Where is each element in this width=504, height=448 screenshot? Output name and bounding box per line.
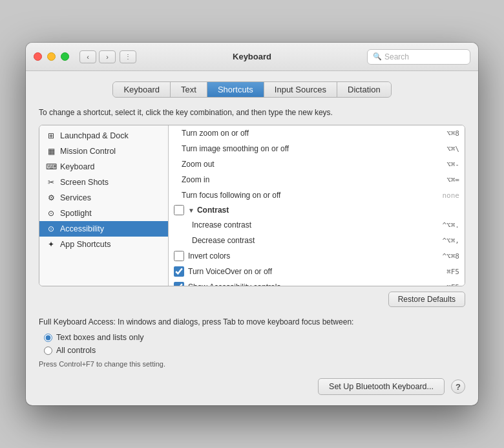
shortcut-label: Show Accessibility controls — [188, 283, 446, 286]
shortcut-label: Decrease contrast — [192, 236, 443, 245]
shortcut-label: Zoom out — [182, 160, 446, 169]
shortcut-accessibility-controls[interactable]: Show Accessibility controls ⌘F5 — [169, 279, 465, 286]
main-panel: ⊞ Launchpad & Dock ▦ Mission Control ⌨ K… — [39, 125, 465, 286]
scissors-icon: ✂ — [46, 177, 56, 187]
shortcut-label: Invert colors — [188, 251, 443, 261]
sidebar: ⊞ Launchpad & Dock ▦ Mission Control ⌨ K… — [39, 125, 169, 286]
shortcuts-panel: Turn zoom on or off ⌥⌘8 Turn image smoot… — [169, 125, 465, 286]
fka-section: Full Keyboard Access: In windows and dia… — [39, 316, 465, 368]
invert-colors-checkbox[interactable] — [174, 251, 184, 261]
nav-buttons: ‹ › — [79, 50, 116, 63]
sidebar-item-label: Launchpad & Dock — [60, 131, 129, 140]
shortcut-label: Turn focus following on or off — [182, 191, 443, 200]
shortcut-key: ^⌥⌘, — [443, 237, 460, 245]
accessibility-controls-checkbox[interactable] — [174, 282, 184, 286]
sidebar-item-spotlight[interactable]: ⊙ Spotlight — [39, 206, 168, 221]
hint-text: Press Control+F7 to change this setting. — [39, 360, 465, 368]
sidebar-item-label: Services — [60, 193, 91, 202]
sidebar-item-mission-control[interactable]: ▦ Mission Control — [39, 144, 168, 159]
search-box[interactable]: 🔍 — [367, 49, 470, 65]
keyboard-icon: ⌨ — [46, 162, 56, 172]
shortcut-key: ⌘F5 — [446, 283, 459, 286]
main-window: ‹ › ⋮ Keyboard 🔍 Keyboard Text Shortcuts… — [26, 43, 478, 405]
content-area: Keyboard Text Shortcuts Input Sources Di… — [26, 71, 478, 405]
tabs: Keyboard Text Shortcuts Input Sources Di… — [112, 81, 391, 98]
radio-all-controls-label: All controls — [56, 346, 96, 355]
sidebar-item-services[interactable]: ⚙ Services — [39, 190, 168, 206]
tab-keyboard[interactable]: Keyboard — [113, 82, 171, 97]
search-input[interactable] — [384, 52, 465, 61]
shortcut-label: Zoom in — [182, 175, 446, 184]
shortcut-label: Turn image smoothing on or off — [182, 144, 446, 153]
back-button[interactable]: ‹ — [79, 50, 96, 63]
shortcut-key: ⌘F5 — [446, 268, 459, 276]
radio-all-controls[interactable]: All controls — [44, 346, 465, 355]
tab-text[interactable]: Text — [171, 82, 207, 97]
shortcut-zoom-in[interactable]: Zoom in ⌥⌘= — [169, 172, 465, 187]
shortcut-zoom-toggle[interactable]: Turn zoom on or off ⌥⌘8 — [169, 125, 465, 141]
grid-button[interactable]: ⋮ — [120, 50, 136, 63]
app-shortcuts-icon: ✦ — [46, 239, 56, 250]
contrast-group-header[interactable]: ▼ Contrast — [169, 203, 465, 217]
contrast-checkbox[interactable] — [174, 205, 184, 215]
gear-icon: ⚙ — [46, 193, 56, 203]
shortcut-key: none — [443, 191, 460, 200]
bluetooth-keyboard-button[interactable]: Set Up Bluetooth Keyboard... — [318, 378, 445, 395]
mission-control-icon: ▦ — [46, 146, 56, 156]
titlebar: ‹ › ⋮ Keyboard 🔍 — [26, 43, 478, 71]
shortcut-focus-follow[interactable]: Turn focus following on or off none — [169, 187, 465, 203]
voiceover-checkbox[interactable] — [174, 266, 184, 277]
radio-all-controls-input[interactable] — [44, 347, 52, 355]
shortcut-label: Increase contrast — [192, 220, 443, 229]
shortcut-decrease-contrast[interactable]: Decrease contrast ^⌥⌘, — [169, 233, 465, 248]
shortcut-voiceover[interactable]: Turn VoiceOver on or off ⌘F5 — [169, 264, 465, 279]
shortcut-key: ⌥⌘= — [446, 176, 459, 184]
group-label: Contrast — [197, 206, 229, 215]
radio-text-boxes[interactable]: Text boxes and lists only — [44, 333, 465, 342]
restore-defaults-row: Restore Defaults — [39, 292, 465, 307]
radio-group: Text boxes and lists only All controls — [44, 333, 465, 355]
chevron-down-icon: ▼ — [188, 207, 194, 214]
tab-shortcuts[interactable]: Shortcuts — [207, 82, 264, 97]
sidebar-item-keyboard[interactable]: ⌨ Keyboard — [39, 159, 168, 175]
tabs-container: Keyboard Text Shortcuts Input Sources Di… — [39, 81, 465, 98]
launchpad-icon: ⊞ — [46, 131, 56, 141]
help-button[interactable]: ? — [451, 379, 465, 394]
forward-button[interactable]: › — [99, 50, 116, 63]
spotlight-icon: ⊙ — [46, 208, 56, 219]
sidebar-item-accessibility[interactable]: ⊙ Accessibility — [39, 221, 168, 237]
bottom-bar: Set Up Bluetooth Keyboard... ? — [39, 378, 465, 395]
traffic-lights — [34, 52, 69, 61]
sidebar-item-app-shortcuts[interactable]: ✦ App Shortcuts — [39, 237, 168, 252]
shortcut-increase-contrast[interactable]: Increase contrast ^⌥⌘. — [169, 217, 465, 233]
accessibility-icon: ⊙ — [46, 224, 56, 234]
window-title: Keyboard — [233, 52, 271, 61]
sidebar-item-label: Keyboard — [60, 162, 95, 171]
restore-defaults-button[interactable]: Restore Defaults — [388, 292, 465, 307]
shortcut-image-smooth[interactable]: Turn image smoothing on or off ⌥⌘\ — [169, 141, 465, 156]
sidebar-item-label: Screen Shots — [60, 178, 109, 187]
shortcut-invert-colors[interactable]: Invert colors ^⌥⌘8 — [169, 248, 465, 264]
shortcut-label: Turn VoiceOver on or off — [188, 267, 446, 276]
sidebar-item-launchpad[interactable]: ⊞ Launchpad & Dock — [39, 128, 168, 144]
sidebar-item-label: Accessibility — [60, 224, 104, 233]
fka-title: Full Keyboard Access: In windows and dia… — [39, 316, 465, 328]
sidebar-item-label: Spotlight — [60, 209, 92, 218]
shortcut-key: ^⌥⌘. — [443, 221, 460, 229]
close-button[interactable] — [34, 52, 42, 61]
radio-text-boxes-label: Text boxes and lists only — [56, 333, 144, 342]
tab-dictation[interactable]: Dictation — [337, 82, 391, 97]
sidebar-item-screenshots[interactable]: ✂ Screen Shots — [39, 175, 168, 190]
shortcut-key: ⌥⌘\ — [446, 145, 459, 153]
sidebar-item-label: Mission Control — [60, 147, 116, 156]
radio-text-boxes-input[interactable] — [44, 334, 52, 342]
shortcut-zoom-out[interactable]: Zoom out ⌥⌘- — [169, 156, 465, 172]
shortcut-key: ^⌥⌘8 — [443, 252, 460, 261]
tab-input-sources[interactable]: Input Sources — [264, 82, 337, 97]
shortcut-key: ⌥⌘8 — [446, 129, 459, 138]
shortcut-label: Turn zoom on or off — [182, 129, 446, 138]
instruction-text: To change a shortcut, select it, click t… — [39, 107, 465, 118]
maximize-button[interactable] — [61, 52, 69, 61]
search-icon: 🔍 — [373, 52, 382, 61]
minimize-button[interactable] — [47, 52, 56, 61]
